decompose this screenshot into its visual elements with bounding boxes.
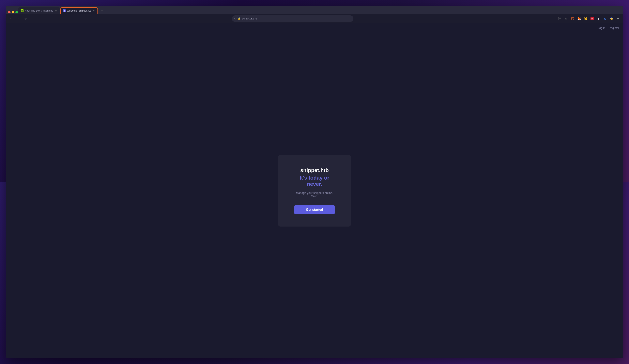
hero-tagline: It's today or never.: [294, 175, 314, 182]
forward-button[interactable]: →: [15, 16, 21, 21]
toolbar: ← → ↻ 🛡 🔒 10.10.11.171 Aa ☆: [6, 14, 314, 23]
address-text: 10.10.11.171: [242, 17, 314, 20]
tab-snippet[interactable]: S Welcome - snippet.htb ✕: [60, 7, 98, 14]
tab-list: H Hack The Box :: Machines ✕ S Welcome -…: [18, 7, 314, 14]
svg-text:S: S: [64, 10, 65, 12]
tab-htb-label: Hack The Box :: Machines: [25, 9, 53, 12]
page-content: Log in Register snippet.htb It's today o…: [6, 23, 314, 182]
svg-text:H: H: [21, 10, 23, 12]
tab-htb-favicon: H: [21, 9, 23, 12]
reload-icon: ↻: [24, 17, 27, 20]
browser-window: H Hack The Box :: Machines ✕ S Welcome -…: [6, 6, 314, 182]
close-button[interactable]: [8, 11, 10, 13]
tab-htb-close[interactable]: ✕: [54, 9, 58, 12]
tab-snippet-label: Welcome - snippet.htb: [67, 9, 91, 12]
traffic-lights: [7, 11, 18, 14]
maximize-button[interactable]: [15, 11, 18, 13]
hero-card: snippet.htb It's today or never. Manage …: [278, 155, 314, 182]
hero-section: snippet.htb It's today or never. Manage …: [6, 23, 314, 182]
reload-button[interactable]: ↻: [23, 16, 28, 21]
tab-htb[interactable]: H Hack The Box :: Machines ✕: [18, 7, 60, 14]
minimize-button[interactable]: [12, 11, 14, 13]
tab-snippet-close[interactable]: ✕: [92, 9, 95, 12]
tab-bar: H Hack The Box :: Machines ✕ S Welcome -…: [6, 6, 314, 14]
lock-icon: 🔒: [238, 17, 241, 20]
new-tab-button[interactable]: +: [99, 7, 105, 13]
forward-icon: →: [17, 17, 20, 20]
tab-snippet-favicon: S: [63, 9, 66, 12]
shield-icon: 🛡: [234, 17, 236, 20]
back-icon: ←: [9, 17, 12, 20]
address-bar[interactable]: 🛡 🔒 10.10.11.171: [232, 15, 314, 22]
back-button[interactable]: ←: [8, 16, 14, 21]
site-name: snippet.htb: [300, 167, 314, 174]
